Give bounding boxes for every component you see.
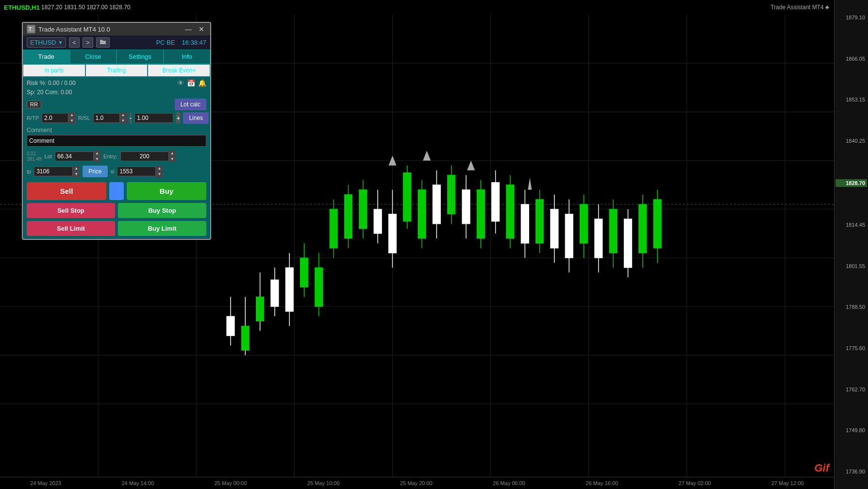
minus-button[interactable]: - bbox=[130, 112, 132, 124]
entry-spin-down[interactable]: ▼ bbox=[169, 156, 176, 162]
rrsl-row: R/TP ▲ ▼ R/SL ▲ ▼ - + Lines bbox=[23, 111, 210, 125]
svg-rect-70 bbox=[609, 209, 617, 253]
sub-tab-in-parts[interactable]: In parts bbox=[23, 64, 85, 77]
chart-prices: 1827.20 1831.50 1827.00 1828.70 bbox=[41, 4, 131, 11]
svg-rect-20 bbox=[241, 326, 249, 350]
rtp-spinner: ▲ ▼ bbox=[68, 113, 75, 124]
rsl-spin-down[interactable]: ▼ bbox=[120, 118, 127, 124]
trade-assistant-panel: T Trade Assistant MT4 10.0 — ✕ ETHUSD ▼ … bbox=[22, 22, 211, 240]
rtp-spin-down[interactable]: ▼ bbox=[68, 118, 75, 124]
comment-label: Comment bbox=[27, 127, 206, 134]
time-label-7: 27 May 02:00 bbox=[679, 480, 711, 486]
rr-box: RR bbox=[27, 101, 41, 108]
time-label-2: 25 May 00:00 bbox=[215, 480, 247, 486]
sell-limit-button[interactable]: Sell Limit bbox=[27, 221, 115, 236]
sub-tab-break-even[interactable]: Break Even+ bbox=[148, 64, 210, 77]
rtp-input-wrapper: ▲ ▼ bbox=[42, 113, 75, 124]
nav-next-button[interactable]: > bbox=[83, 37, 93, 48]
svg-rect-52 bbox=[477, 190, 484, 238]
mid-indicator bbox=[109, 182, 124, 200]
lot-entry-row: 0.01 281.48 Lot ▲ ▼ Entry: ▲ ▼ bbox=[23, 149, 210, 164]
sl-spin-up[interactable]: ▲ bbox=[156, 166, 163, 171]
lot-spin-down[interactable]: ▼ bbox=[94, 156, 100, 162]
nav-prev-button[interactable]: < bbox=[69, 37, 80, 48]
entry-spin-up[interactable]: ▲ bbox=[169, 151, 176, 156]
rsl-input[interactable] bbox=[93, 113, 120, 123]
time-label-4: 25 May 20:00 bbox=[400, 480, 433, 486]
tab-settings[interactable]: Settings bbox=[117, 50, 164, 64]
eye-icon[interactable]: 👁 bbox=[177, 79, 184, 87]
entry-input[interactable] bbox=[120, 152, 169, 161]
sub-tab-trailing[interactable]: Trailing bbox=[85, 64, 148, 77]
svg-rect-24 bbox=[271, 280, 279, 306]
risk-label: Risk %: 0.00 / 0.00 bbox=[27, 80, 76, 86]
rsl-spinner: ▲ ▼ bbox=[120, 113, 127, 124]
price-9: 1775.60 bbox=[835, 345, 867, 351]
tab-close[interactable]: Close bbox=[70, 50, 117, 64]
svg-rect-42 bbox=[403, 173, 411, 221]
price-8: 1788.50 bbox=[835, 304, 867, 310]
risk-pba-input[interactable] bbox=[134, 113, 173, 123]
tp-input[interactable] bbox=[34, 167, 73, 176]
svg-rect-72 bbox=[624, 219, 632, 268]
time-label-5: 26 May 06:00 bbox=[493, 480, 525, 486]
buy-button[interactable]: Buy bbox=[127, 182, 206, 200]
lot-input[interactable] bbox=[55, 152, 94, 161]
svg-rect-44 bbox=[418, 190, 426, 238]
price-12: 1736.90 bbox=[835, 469, 867, 474]
price-4: 1840.25 bbox=[835, 138, 867, 144]
svg-rect-30 bbox=[315, 268, 323, 306]
symbol-dropdown[interactable]: ETHUSD ▼ bbox=[27, 37, 66, 48]
svg-rect-26 bbox=[285, 268, 293, 311]
sl-input-wrapper: ▲ ▼ bbox=[117, 166, 163, 177]
time-label-6: 26 May 16:00 bbox=[586, 480, 618, 486]
svg-rect-22 bbox=[256, 297, 264, 321]
price-11: 1749.80 bbox=[835, 427, 867, 433]
price-1: 1879.10 bbox=[835, 15, 867, 20]
lot-label: Lot bbox=[45, 153, 52, 159]
lot-calc-button[interactable]: Lot calc bbox=[175, 99, 206, 110]
rtp-spin-up[interactable]: ▲ bbox=[68, 113, 75, 118]
svg-rect-38 bbox=[374, 209, 382, 234]
info-icons: 👁 📅 🔔 bbox=[177, 79, 206, 87]
tp-spin-down[interactable]: ▼ bbox=[73, 172, 80, 177]
svg-text:T: T bbox=[29, 27, 32, 32]
close-button[interactable]: ✕ bbox=[197, 25, 206, 33]
comment-input[interactable] bbox=[27, 135, 206, 147]
svg-rect-58 bbox=[521, 204, 529, 243]
buy-limit-button[interactable]: Buy Limit bbox=[118, 221, 206, 236]
sl-spin-down[interactable]: ▼ bbox=[156, 172, 163, 177]
time-label-0: 24 May 2023 bbox=[30, 480, 61, 486]
plus-button[interactable]: + bbox=[176, 112, 180, 124]
svg-rect-62 bbox=[551, 209, 558, 248]
folder-button[interactable] bbox=[96, 37, 110, 48]
svg-rect-36 bbox=[359, 190, 367, 229]
sell-button[interactable]: Sell bbox=[27, 182, 106, 200]
lot-spin-up[interactable]: ▲ bbox=[94, 151, 100, 156]
sell-stop-button[interactable]: Sell Stop bbox=[27, 203, 115, 218]
svg-rect-56 bbox=[506, 185, 514, 238]
panel-titlebar: T Trade Assistant MT4 10.0 — ✕ bbox=[23, 23, 210, 35]
tab-info[interactable]: Info bbox=[164, 50, 211, 64]
sl-spinner: ▲ ▼ bbox=[156, 166, 163, 177]
rsl-spin-up[interactable]: ▲ bbox=[120, 113, 127, 118]
rsl-label: R/SL bbox=[78, 115, 90, 121]
buy-stop-button[interactable]: Buy Stop bbox=[118, 203, 206, 218]
minimize-button[interactable]: — bbox=[183, 25, 194, 33]
gif-label: Gif bbox=[814, 462, 829, 474]
panel-title-left: T Trade Assistant MT4 10.0 bbox=[27, 25, 110, 34]
lot-min: 0.01 bbox=[27, 151, 42, 156]
bell-icon[interactable]: 🔔 bbox=[198, 79, 206, 87]
calendar-icon[interactable]: 📅 bbox=[187, 79, 195, 87]
sp-com-label: Sp: 20 Com: 0.00 bbox=[27, 89, 72, 96]
lines-button[interactable]: Lines bbox=[183, 112, 209, 124]
rtp-input[interactable] bbox=[42, 113, 68, 123]
svg-rect-46 bbox=[433, 185, 440, 224]
sl-input[interactable] bbox=[117, 167, 156, 176]
tp-spin-up[interactable]: ▲ bbox=[73, 166, 80, 171]
sp-com-row: Sp: 20 Com: 0.00 bbox=[23, 89, 210, 98]
price-button[interactable]: Price bbox=[83, 166, 107, 177]
tab-trade[interactable]: Trade bbox=[23, 50, 70, 64]
trade-buttons: Sell Buy Sell Stop Buy Stop Sell Limit B… bbox=[23, 179, 210, 239]
sl-label: sl bbox=[111, 169, 115, 174]
